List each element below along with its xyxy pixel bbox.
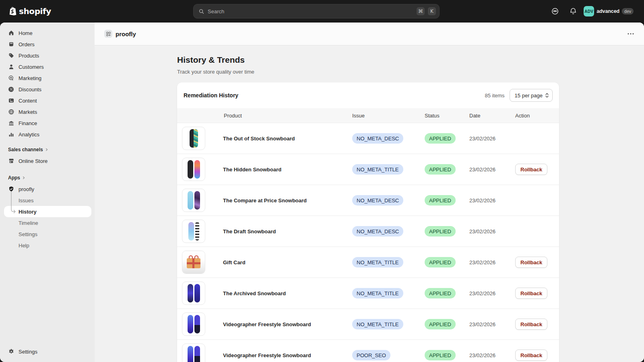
sidebar-item-proofly[interactable]: proofly — [0, 183, 95, 195]
column-header-action: Action — [515, 113, 559, 119]
env-badge: dev — [622, 8, 634, 14]
issue-badge: NO_META_DESC — [352, 133, 403, 144]
sidebar-item-label: Analytics — [19, 132, 39, 138]
home-icon — [8, 30, 14, 36]
product-thumbnail — [182, 220, 205, 243]
table-row[interactable]: Gift CardNO_META_TITLEAPPLIED23/02/2026R… — [177, 247, 559, 278]
status-badge: APPLIED — [425, 257, 456, 267]
remediation-date: 23/02/2026 — [469, 197, 515, 204]
shopify-bag-icon — [8, 6, 17, 16]
main-area: proofly History & Trends Track your stor… — [95, 23, 644, 362]
shopify-wordmark: shopify — [19, 6, 51, 16]
sidebar-subitem-help[interactable]: Help — [0, 240, 95, 251]
sidebar-header-sales-channels[interactable]: Sales channels — [0, 144, 95, 155]
table-header: ProductIssueStatusDateAction — [177, 108, 559, 123]
product-name: The Draft Snowboard — [223, 228, 352, 234]
online-store-label: Online Store — [19, 158, 47, 164]
remediation-date: 23/02/2026 — [469, 136, 515, 142]
remediation-date: 23/02/2026 — [469, 259, 515, 265]
more-actions-button[interactable] — [627, 30, 634, 37]
sidebar-item-content[interactable]: Content — [0, 95, 95, 106]
remediation-date: 23/02/2026 — [469, 321, 515, 327]
table-row[interactable]: The Compare at Price SnowboardNO_META_DE… — [177, 185, 559, 216]
column-header-date: Date — [469, 113, 515, 119]
remediation-date: 23/02/2026 — [469, 228, 515, 234]
notifications-bell-icon[interactable] — [569, 7, 577, 15]
customers-icon — [8, 64, 14, 70]
sidebar-item-products[interactable]: Products — [0, 50, 95, 61]
sidebar-item-marketing[interactable]: Marketing — [0, 72, 95, 84]
product-thumbnail — [182, 251, 205, 274]
product-thumbnail — [182, 189, 205, 212]
rollback-button[interactable]: Rollback — [515, 288, 547, 299]
table-row[interactable]: Videographer Freestyle SnowboardNO_META_… — [177, 309, 559, 340]
table-row[interactable]: The Hidden SnowboardNO_META_TITLEAPPLIED… — [177, 154, 559, 185]
sidebar-item-markets[interactable]: Markets — [0, 106, 95, 117]
rollback-button[interactable]: Rollback — [515, 319, 547, 330]
product-name: Videographer Freestyle Snowboard — [223, 321, 352, 327]
shopify-logo[interactable]: shopify — [8, 6, 51, 16]
sidebar-item-label: Markets — [19, 109, 37, 115]
product-name: The Compare at Price Snowboard — [223, 197, 352, 204]
column-header-status: Status — [425, 113, 469, 119]
issue-badge: NO_META_TITLE — [352, 288, 403, 298]
analytics-icon — [8, 131, 14, 138]
subitem-label: Issues — [19, 197, 34, 204]
chevron-right-icon — [45, 148, 48, 151]
discounts-icon — [8, 86, 14, 93]
rollback-button[interactable]: Rollback — [515, 164, 547, 175]
table-row[interactable]: The Archived SnowboardNO_META_TITLEAPPLI… — [177, 278, 559, 309]
table-row[interactable]: The Out of Stock SnowboardNO_META_DESCAP… — [177, 123, 559, 154]
subitem-label: Help — [19, 243, 29, 249]
search-input[interactable]: Search ⌘ K — [193, 4, 440, 19]
product-thumbnail — [182, 343, 205, 362]
sidebar-subitem-timeline[interactable]: Timeline — [0, 217, 95, 228]
product-name: The Out of Stock Snowboard — [223, 136, 352, 142]
subitem-label: History — [19, 209, 37, 215]
app-header: proofly — [95, 23, 644, 45]
kbd-command: ⌘ — [417, 7, 425, 15]
sidebar-item-discounts[interactable]: Discounts — [0, 84, 95, 95]
issue-badge: NO_META_TITLE — [352, 257, 403, 267]
sidebar-item-settings[interactable]: Settings — [0, 346, 95, 357]
sidebar-item-label: Customers — [19, 64, 44, 70]
sidebar-item-label: Orders — [19, 41, 35, 47]
sidebar-subitem-history[interactable]: History — [4, 206, 91, 217]
sidebar-item-customers[interactable]: Customers — [0, 61, 95, 72]
column-header-product: Product — [224, 113, 352, 119]
sidebar-item-orders[interactable]: Orders — [0, 39, 95, 50]
per-page-select[interactable]: 15 per page — [510, 89, 553, 102]
issue-badge: NO_META_TITLE — [352, 319, 403, 329]
rollback-button[interactable]: Rollback — [515, 350, 547, 361]
sidebar-header-apps[interactable]: Apps — [0, 172, 95, 183]
product-name: Videographer Freestyle Snowboard — [223, 352, 352, 358]
table-row[interactable]: The Draft SnowboardNO_META_DESCAPPLIED23… — [177, 216, 559, 247]
sidebar-item-label: Discounts — [19, 86, 41, 93]
sidebar: HomeOrdersProductsCustomersMarketingDisc… — [0, 23, 95, 362]
sidebar-item-home[interactable]: Home — [0, 27, 95, 39]
account-menu[interactable]: ADV advanced dev — [584, 6, 634, 17]
table-row[interactable]: Videographer Freestyle SnowboardPOOR_SEO… — [177, 340, 559, 362]
product-thumbnail — [182, 127, 205, 150]
remediation-date: 23/02/2026 — [469, 352, 515, 358]
sidebar-item-label: Marketing — [19, 75, 41, 81]
sidebar-item-label: Finance — [19, 120, 37, 126]
sidekick-button[interactable] — [551, 7, 559, 15]
items-count: 85 items — [485, 93, 504, 99]
admin-frame: HomeOrdersProductsCustomersMarketingDisc… — [0, 23, 644, 362]
sidebar-item-finance[interactable]: Finance — [0, 117, 95, 129]
product-name: The Archived Snowboard — [223, 290, 352, 296]
select-caret-icon — [545, 93, 549, 98]
products-icon — [8, 52, 14, 59]
sidebar-item-analytics[interactable]: Analytics — [0, 129, 95, 140]
chevron-right-icon — [22, 176, 25, 179]
storefront-icon — [8, 158, 14, 164]
sidebar-subitem-settings[interactable]: Settings — [0, 228, 95, 240]
sidebar-subitem-issues[interactable]: Issues — [0, 195, 95, 206]
subitem-label: Timeline — [19, 220, 38, 226]
orders-icon — [8, 41, 14, 47]
sidebar-item-online-store[interactable]: Online Store — [0, 155, 95, 167]
issue-badge: POOR_SEO — [352, 350, 390, 360]
search-placeholder: Search — [208, 8, 413, 14]
rollback-button[interactable]: Rollback — [515, 257, 547, 268]
